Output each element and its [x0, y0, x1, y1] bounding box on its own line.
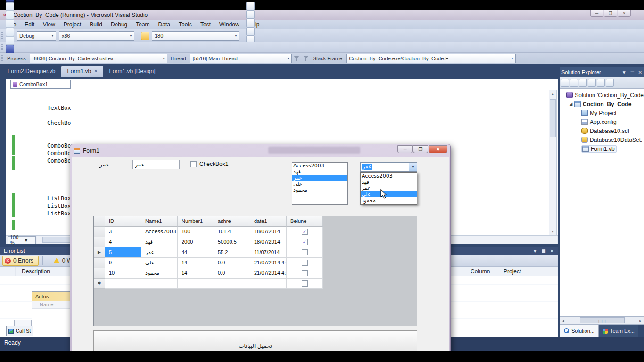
- grid-cell[interactable]: 9: [105, 258, 141, 268]
- stack-frame-combo[interactable]: Coction_By_Code.exe!Coction_By_Code.F▼: [346, 54, 516, 63]
- refresh-icon[interactable]: [588, 79, 596, 87]
- next-bookmark-icon[interactable]: [6, 19, 14, 28]
- scrollbar-thumb[interactable]: [550, 99, 556, 137]
- minimize-button[interactable]: ─: [590, 10, 603, 17]
- table-row[interactable]: 10محمود140.021/07/2014 4:01...: [94, 268, 417, 279]
- clear-bookmarks-icon[interactable]: [6, 45, 14, 53]
- filter-funnel-icon[interactable]: [293, 55, 300, 62]
- menu-team[interactable]: Team: [132, 20, 154, 29]
- table-row[interactable]: ✱: [94, 279, 417, 289]
- form1-window[interactable]: Form1 ─ ❐ ✕ عمر CheckBox1 Access2003فهدع…: [70, 144, 451, 362]
- grid-cell[interactable]: 44: [178, 247, 214, 258]
- grid-cell[interactable]: 3: [105, 227, 141, 237]
- row-header[interactable]: [94, 227, 105, 237]
- thread-combo[interactable]: [5516] Main Thread▼: [190, 54, 292, 63]
- tab-form2-designer-vb[interactable]: Form2.Designer.vb: [2, 66, 61, 77]
- collapse-all-icon[interactable]: [561, 79, 569, 87]
- solution-configurations-combo[interactable]: Debug▼: [17, 31, 56, 41]
- grid-cell[interactable]: 2000: [178, 237, 214, 247]
- grid-column-header-name1[interactable]: Name1: [141, 216, 178, 227]
- grid-cell-checkbox[interactable]: [287, 268, 323, 279]
- unchecked-checkbox-icon[interactable]: [302, 270, 308, 276]
- form-close-button[interactable]: ✕: [429, 145, 447, 153]
- datagridview[interactable]: IDName1Number1ashredate1Belune3Access200…: [93, 216, 417, 326]
- restore-button[interactable]: ❐: [604, 10, 617, 17]
- errors-filter-button[interactable]: ✕ 0 Errors: [2, 256, 39, 266]
- filter-funnel-icon-2[interactable]: [303, 55, 309, 62]
- listbox-item-1[interactable]: فهد: [292, 169, 347, 175]
- code-line-7[interactable]: ListBox: [47, 210, 71, 217]
- solution-explorer-hscrollbar[interactable]: ◀ ❘❘❘ ▶: [560, 317, 644, 325]
- error-list-column-column[interactable]: Column: [471, 268, 490, 275]
- toolbar-grip[interactable]: [1, 32, 3, 40]
- table-row[interactable]: 3Access2003100101.418/07/2014✓: [94, 227, 417, 237]
- code-line-0[interactable]: TextBox: [47, 105, 71, 111]
- grid-cell[interactable]: 55.2: [214, 247, 250, 258]
- editor-zoom-combo[interactable]: 100 %▼: [8, 236, 36, 244]
- grid-cell[interactable]: [178, 279, 214, 289]
- combobox-dropdown-button[interactable]: ▼: [409, 163, 417, 171]
- tree-item-solution-coction-by-code[interactable]: Solution 'Coction_By_Code: [560, 90, 644, 99]
- tab-team-ex-[interactable]: Team Ex...: [599, 325, 638, 337]
- scrollbar-thumb[interactable]: ❘❘❘: [580, 317, 625, 323]
- solution-explorer-shortcut-icon[interactable]: [246, 2, 255, 10]
- process-combo[interactable]: [6636] Coction_By_Code.vshost.ex▼: [30, 54, 167, 63]
- checked-checkbox-icon[interactable]: ✓: [302, 239, 308, 245]
- member-dropdown[interactable]: ComboBox1: [10, 80, 71, 89]
- code-line-3[interactable]: ComboBo: [47, 150, 71, 156]
- form1-titlebar[interactable]: Form1 ─ ❐ ✕: [70, 144, 450, 157]
- menu-view[interactable]: View: [39, 20, 59, 29]
- grid-cell[interactable]: 11/07/2014: [250, 247, 287, 258]
- show-all-files-icon[interactable]: [579, 79, 587, 87]
- tab-close-icon[interactable]: ×: [94, 68, 97, 74]
- solution-explorer-titlebar[interactable]: Solution Explorer ▼ 𝌆 ✕: [560, 67, 644, 77]
- toolbar-grip[interactable]: [1, 44, 3, 51]
- grid-column-header-number1[interactable]: Number1: [178, 216, 214, 227]
- call-stack-tab[interactable]: Call St: [6, 326, 33, 336]
- grid-column-header-ashre[interactable]: ashre: [214, 216, 250, 227]
- grid-cell[interactable]: 18/07/2014: [250, 227, 287, 237]
- grid-cell[interactable]: على: [141, 258, 178, 268]
- toolbox-icon[interactable]: [246, 27, 255, 36]
- previous-bookmark-folder-icon[interactable]: [6, 28, 14, 36]
- grid-cell-checkbox[interactable]: [287, 279, 323, 289]
- combobox-item-0[interactable]: Access2003: [361, 173, 417, 179]
- scroll-left-icon[interactable]: ◀: [560, 317, 566, 324]
- grid-cell-checkbox[interactable]: [287, 258, 323, 268]
- tree-item-database10-sdf[interactable]: Database10.sdf: [560, 126, 644, 135]
- table-row[interactable]: 9على140.021/07/2014 4:01...: [94, 258, 417, 268]
- tree-item-database10dataset-[interactable]: Database10DataSet.: [560, 135, 644, 144]
- grid-cell[interactable]: 100: [178, 227, 214, 237]
- expander-icon[interactable]: ◢: [570, 102, 574, 106]
- grid-cell[interactable]: 14: [178, 258, 214, 268]
- tab-form1-vb[interactable]: Form1.vb×: [61, 66, 103, 77]
- tab-solution-[interactable]: Solution...: [560, 325, 599, 337]
- properties-window-icon[interactable]: [246, 10, 255, 19]
- vs-titlebar[interactable]: ∞ Coction_By_Code (Running) - Microsoft …: [0, 10, 644, 20]
- row-header[interactable]: [94, 237, 105, 247]
- scroll-up-icon[interactable]: ▲: [549, 90, 556, 97]
- combobox1[interactable]: عمر ▼: [360, 162, 417, 172]
- window-position-icon[interactable]: ▼: [622, 70, 627, 75]
- error-list-column-description[interactable]: Description: [22, 268, 50, 275]
- grid-cell-checkbox[interactable]: ✓: [287, 227, 323, 237]
- combobox-item-4[interactable]: محمود: [361, 197, 417, 204]
- form-maximize-button[interactable]: ❐: [413, 145, 428, 153]
- view-code-icon[interactable]: [597, 79, 605, 87]
- grid-cell[interactable]: محمود: [141, 268, 178, 279]
- menu-project[interactable]: Project: [59, 20, 85, 29]
- close-icon[interactable]: ✕: [638, 70, 642, 75]
- code-line-1[interactable]: CheckBo: [47, 120, 71, 126]
- table-row[interactable]: 4فهد200050000.518/07/2014✓: [94, 237, 417, 247]
- grid-cell[interactable]: 18/07/2014: [250, 237, 287, 247]
- properties-icon[interactable]: [570, 79, 578, 87]
- menu-debug[interactable]: Debug: [107, 20, 132, 29]
- tree-item-coction-by-code[interactable]: ◢Coction_By_Code: [560, 99, 644, 108]
- tab-form1-vb-design-[interactable]: Form1.vb [Design]: [104, 66, 161, 77]
- combobox-item-3[interactable]: على: [361, 191, 417, 197]
- checked-checkbox-icon[interactable]: ✓: [302, 229, 308, 235]
- row-header[interactable]: [94, 258, 105, 268]
- view-designer-icon[interactable]: [606, 79, 614, 87]
- menu-test[interactable]: Test: [196, 20, 215, 29]
- grid-cell[interactable]: [105, 279, 141, 289]
